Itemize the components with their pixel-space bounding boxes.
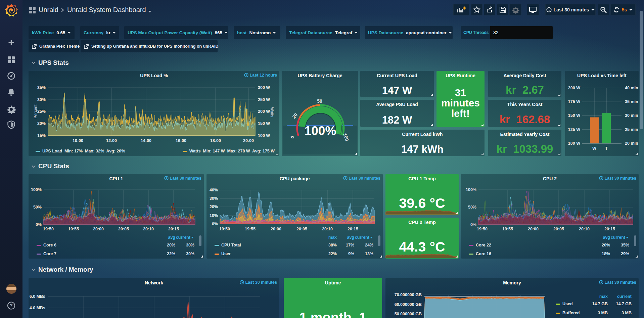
svg-text:?: ? bbox=[10, 303, 13, 308]
svg-text:20: 20 bbox=[291, 112, 298, 120]
svg-text:100%: 100% bbox=[305, 124, 336, 138]
svg-text:50: 50 bbox=[317, 98, 322, 104]
